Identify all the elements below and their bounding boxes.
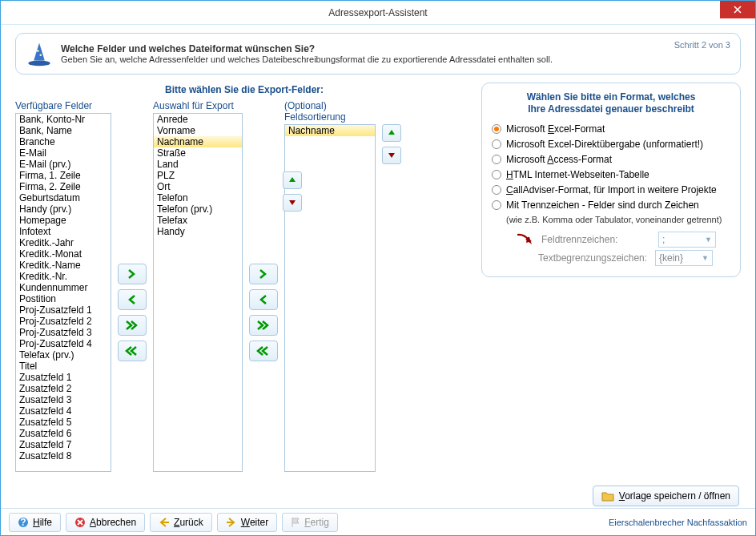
- save-template-button[interactable]: Vorlage speichern / öffnen: [593, 486, 739, 506]
- flag-icon: [291, 517, 300, 528]
- list-item[interactable]: Anrede: [154, 114, 242, 125]
- pointer-arrow-icon: [516, 232, 533, 247]
- svg-point-1: [37, 50, 39, 52]
- remove-sort-button[interactable]: [249, 289, 278, 310]
- field-sep-combo[interactable]: ;▼: [658, 232, 716, 248]
- list-item[interactable]: Postition: [16, 293, 111, 304]
- list-item[interactable]: Kreditk.-Monat: [16, 248, 111, 260]
- list-item[interactable]: Firma, 2. Zeile: [16, 181, 111, 192]
- remove-button[interactable]: [118, 289, 147, 310]
- list-item[interactable]: Zusatzfeld 2: [16, 383, 111, 394]
- list-item[interactable]: Telefon (prv.): [154, 204, 242, 215]
- sort-up-button[interactable]: [382, 124, 401, 142]
- cancel-button[interactable]: Abbrechen: [66, 513, 145, 532]
- list-item[interactable]: Proj-Zusatzfeld 3: [16, 327, 111, 338]
- radio-icon: [492, 124, 501, 134]
- chevron-left-icon: [258, 295, 269, 304]
- list-item[interactable]: Kreditk.-Jahr: [16, 237, 111, 248]
- cancel-icon: [74, 517, 86, 528]
- chevron-right-icon: [127, 269, 138, 279]
- format-option-label: Mit Trennzeichen - Felder sind durch Zei…: [506, 199, 699, 211]
- list-item[interactable]: E-Mail: [16, 147, 111, 159]
- arrow-up-icon: [388, 129, 396, 137]
- available-column: Verfügbare Felder Bank, Konto-NrBank, Na…: [15, 100, 111, 508]
- list-item[interactable]: Firma, 1. Zeile: [16, 170, 111, 181]
- list-item[interactable]: Kundennummer: [16, 282, 111, 293]
- list-item[interactable]: Land: [154, 159, 242, 170]
- close-button[interactable]: [720, 1, 755, 18]
- remove-all-sort-button[interactable]: [249, 341, 278, 361]
- list-item[interactable]: Telefax: [154, 215, 242, 226]
- finish-button[interactable]: Fertig: [282, 513, 338, 532]
- double-chevron-right-icon: [125, 320, 139, 330]
- format-option[interactable]: Microsoft Excel-Direktübergabe (unformat…: [492, 139, 730, 150]
- format-option[interactable]: HTML Internet-Webseiten-Tabelle: [492, 169, 730, 180]
- list-item[interactable]: Telefax (prv.): [16, 349, 111, 361]
- list-item[interactable]: Telefon: [154, 192, 242, 204]
- list-item[interactable]: Kreditk.-Name: [16, 260, 111, 271]
- list-item[interactable]: Zusatzfeld 3: [16, 394, 111, 405]
- format-option-label: HTML Internet-Webseiten-Tabelle: [506, 169, 649, 180]
- add-button[interactable]: [118, 264, 147, 284]
- list-item[interactable]: Zusatzfeld 5: [16, 417, 111, 428]
- list-item[interactable]: Proj-Zusatzfeld 4: [16, 338, 111, 349]
- remove-all-button[interactable]: [118, 341, 147, 361]
- list-item[interactable]: Handy (prv.): [16, 204, 111, 215]
- svg-point-2: [39, 54, 42, 56]
- arrow-down-icon: [288, 199, 296, 207]
- list-item[interactable]: Zusatzfeld 7: [16, 439, 111, 450]
- list-item[interactable]: Proj-Zusatzfeld 1: [16, 304, 111, 316]
- format-option[interactable]: Microsoft Excel-Format: [492, 123, 730, 135]
- sort-down-button[interactable]: [382, 147, 401, 164]
- finish-label: Fertig: [304, 517, 329, 528]
- back-label: Zurück: [174, 517, 203, 528]
- chevron-down-icon: ▼: [705, 236, 712, 244]
- list-item[interactable]: Nachname: [285, 125, 375, 136]
- field-sep-label: Feldtrennzeichen:: [541, 234, 653, 245]
- add-all-button[interactable]: [118, 315, 147, 336]
- fields-heading: Bitte wählen Sie die Export-Felder:: [15, 84, 473, 95]
- three-columns: Verfügbare Felder Bank, Konto-NrBank, Na…: [15, 100, 473, 508]
- list-item[interactable]: Vorname: [154, 125, 242, 136]
- add-sort-button[interactable]: [249, 264, 278, 284]
- add-all-sort-button[interactable]: [249, 315, 278, 336]
- arrow-down-icon: [388, 151, 396, 159]
- export-list[interactable]: AnredeVornameNachnameStraßeLandPLZOrtTel…: [153, 113, 243, 472]
- list-item[interactable]: Kreditk.-Nr.: [16, 271, 111, 282]
- list-item[interactable]: PLZ: [154, 170, 242, 181]
- list-item[interactable]: Zusatzfeld 4: [16, 405, 111, 417]
- list-item[interactable]: Branche: [16, 136, 111, 147]
- list-item[interactable]: Homepage: [16, 215, 111, 226]
- format-option[interactable]: CallAdviser-Format, für Import in weiter…: [492, 184, 730, 195]
- list-item[interactable]: Infotext: [16, 226, 111, 237]
- back-button[interactable]: Zurück: [150, 513, 212, 532]
- list-item[interactable]: Straße: [154, 147, 242, 159]
- next-button[interactable]: Weiter: [217, 513, 277, 532]
- help-button[interactable]: ? Hilfe: [9, 513, 61, 532]
- list-item[interactable]: Zusatzfeld 8: [16, 450, 111, 461]
- available-list[interactable]: Bank, Konto-NrBank, NameBrancheE-MailE-M…: [15, 113, 111, 472]
- wizard-icon: [26, 40, 53, 67]
- header-line1: Welche Felder und welches Dateiformat wü…: [61, 43, 666, 54]
- transfer-buttons-2: [249, 100, 278, 508]
- export-up-button[interactable]: [283, 171, 302, 189]
- arrow-right-icon: [226, 518, 237, 527]
- list-item[interactable]: Geburtsdatum: [16, 192, 111, 204]
- list-item[interactable]: Titel: [16, 361, 111, 372]
- list-item[interactable]: E-Mail (prv.): [16, 159, 111, 170]
- chevron-right-icon: [258, 269, 269, 279]
- help-label: Hilfe: [33, 517, 52, 528]
- format-option[interactable]: Microsoft Access-Format: [492, 154, 730, 165]
- list-item[interactable]: Handy: [154, 226, 242, 237]
- export-down-button[interactable]: [283, 194, 302, 212]
- list-item[interactable]: Zusatzfeld 6: [16, 428, 111, 439]
- list-item[interactable]: Proj-Zusatzfeld 2: [16, 316, 111, 327]
- text-delim-combo[interactable]: {kein}▼: [655, 250, 713, 266]
- format-option[interactable]: Mit Trennzeichen - Felder sind durch Zei…: [492, 199, 730, 211]
- list-item[interactable]: Ort: [154, 181, 242, 192]
- list-item[interactable]: Bank, Name: [16, 125, 111, 136]
- list-item[interactable]: Bank, Konto-Nr: [16, 114, 111, 125]
- list-item[interactable]: Nachname: [154, 136, 242, 147]
- titlebar: Adressexport-Assistent: [1, 1, 755, 25]
- list-item[interactable]: Zusatzfeld 1: [16, 372, 111, 383]
